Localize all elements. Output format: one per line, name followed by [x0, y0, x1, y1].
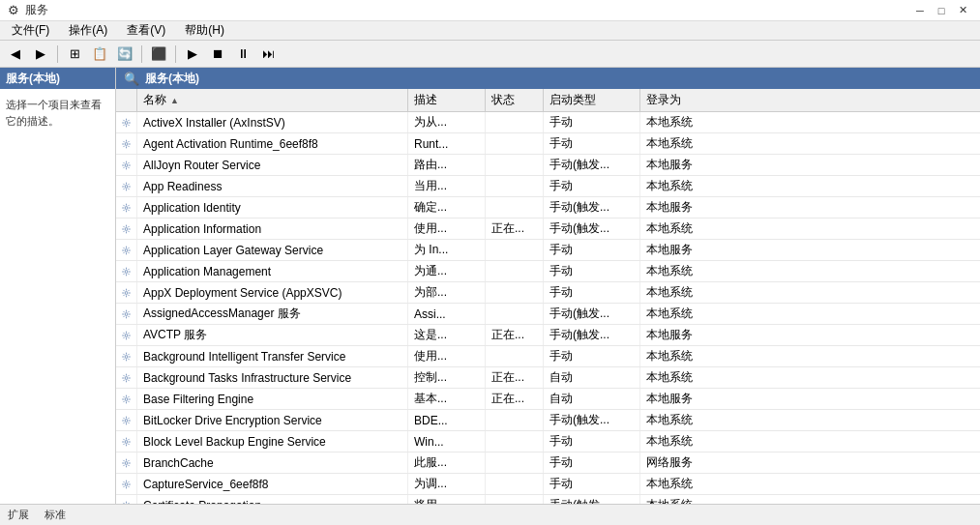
minimize-button[interactable]: ─	[910, 2, 930, 19]
table-row[interactable]: Background Tasks Infrastructure Service控…	[116, 367, 980, 389]
service-icon-cell	[116, 367, 137, 388]
service-login-as: 本地服务	[640, 197, 718, 218]
service-login-as: 本地服务	[640, 240, 718, 260]
service-login-as: 本地系统	[640, 261, 718, 281]
menu-action[interactable]: 操作(A)	[61, 20, 115, 41]
show-scope-btn[interactable]: ⊞	[63, 44, 86, 65]
service-icon-cell	[116, 474, 137, 494]
main-area: 服务(本地) 选择一个项目来查看它的描述。 🔍 服务(本地) 名称 ▲ 描述 状…	[0, 68, 980, 504]
service-name: AllJoyn Router Service	[137, 155, 408, 175]
service-start-type: 手动	[544, 431, 640, 452]
properties-btn[interactable]: 📋	[88, 44, 111, 65]
pause-service-btn[interactable]: ⏸	[231, 44, 254, 65]
service-desc: 使用...	[408, 219, 486, 239]
service-name: AVCTP 服务	[137, 325, 408, 345]
toolbar-separator-2	[141, 45, 142, 63]
service-start-type: 手动(触发...	[544, 304, 640, 324]
header-desc[interactable]: 描述	[408, 89, 486, 111]
table-row[interactable]: Application Information使用...正在...手动(触发..…	[116, 219, 980, 240]
service-name: App Readiness	[137, 176, 408, 196]
table-row[interactable]: AssignedAccessManager 服务Assi...手动(触发...本…	[116, 304, 980, 325]
service-login-as: 本地系统	[640, 304, 718, 324]
service-icon-cell	[116, 282, 137, 303]
header-login-as[interactable]: 登录为	[640, 89, 718, 111]
service-start-type: 手动	[544, 112, 640, 132]
service-name: Application Identity	[137, 197, 408, 218]
menu-view[interactable]: 查看(V)	[119, 20, 173, 41]
refresh-btn[interactable]: 🔄	[113, 44, 136, 65]
table-row[interactable]: Base Filtering Engine基本...正在...自动本地服务	[116, 389, 980, 410]
table-row[interactable]: Block Level Backup Engine ServiceWin...手…	[116, 431, 980, 452]
back-button[interactable]: ◀	[4, 44, 27, 65]
service-status	[486, 176, 544, 196]
service-login-as: 本地系统	[640, 219, 718, 239]
table-row[interactable]: Application Identity确定...手动(触发...本地服务	[116, 197, 980, 219]
service-start-type: 手动(触发...	[544, 410, 640, 430]
status-bar: 扩展 标准	[0, 504, 980, 525]
table-row[interactable]: Background Intelligent Transfer Service使…	[116, 346, 980, 367]
svg-point-6	[125, 248, 128, 251]
service-desc: 此服...	[408, 452, 486, 473]
title-bar-title: 服务	[25, 2, 48, 18]
service-login-as: 本地系统	[640, 474, 718, 494]
table-row[interactable]: AppX Deployment Service (AppXSVC)为部...手动…	[116, 282, 980, 304]
service-icon-cell	[116, 410, 137, 430]
stop-service-btn[interactable]: ⏹	[206, 44, 229, 65]
menu-help[interactable]: 帮助(H)	[177, 20, 232, 41]
right-panel: 🔍 服务(本地) 名称 ▲ 描述 状态 启动类型	[116, 68, 980, 504]
svg-point-7	[125, 270, 128, 273]
table-row[interactable]: BitLocker Drive Encryption ServiceBDE...…	[116, 410, 980, 431]
table-row[interactable]: Agent Activation Runtime_6eef8f8Runt...手…	[116, 133, 980, 155]
header-start-type[interactable]: 启动类型	[544, 89, 640, 111]
table-row[interactable]: Certificate Propagation将用...手动(触发...本地系统	[116, 495, 980, 504]
service-login-as: 本地系统	[640, 431, 718, 452]
service-desc: Assi...	[408, 304, 486, 324]
left-panel: 服务(本地) 选择一个项目来查看它的描述。	[0, 68, 116, 504]
header-status[interactable]: 状态	[486, 89, 544, 111]
table-header-row: 名称 ▲ 描述 状态 启动类型 登录为	[116, 89, 980, 112]
service-desc: Win...	[408, 431, 486, 452]
close-button[interactable]: ✕	[953, 2, 972, 19]
svg-point-15	[125, 440, 128, 443]
service-desc: 当用...	[408, 176, 486, 196]
service-status	[486, 133, 544, 154]
table-row[interactable]: Application Layer Gateway Service为 In...…	[116, 240, 980, 261]
status-standard[interactable]: 标准	[45, 508, 66, 522]
left-panel-description: 选择一个项目来查看它的描述。	[0, 89, 115, 136]
maximize-button[interactable]: □	[932, 2, 951, 19]
resume-service-btn[interactable]: ⏭	[256, 44, 280, 65]
service-icon-cell	[116, 325, 137, 345]
menu-bar: 文件(F) 操作(A) 查看(V) 帮助(H)	[0, 21, 980, 41]
service-status	[486, 240, 544, 260]
export-btn[interactable]: ⬛	[147, 44, 170, 65]
service-login-as: 本地系统	[640, 176, 718, 196]
sort-arrow-name: ▲	[170, 96, 179, 105]
service-desc: 这是...	[408, 325, 486, 345]
svg-point-2	[125, 163, 128, 166]
table-row[interactable]: BranchCache此服...手动网络服务	[116, 452, 980, 474]
table-row[interactable]: ActiveX Installer (AxInstSV)为从...手动本地系统	[116, 112, 980, 133]
service-status: 正在...	[486, 325, 544, 345]
service-desc: 为 In...	[408, 240, 486, 260]
service-desc: 路由...	[408, 155, 486, 175]
service-login-as: 本地系统	[640, 410, 718, 430]
service-desc: 为调...	[408, 474, 486, 494]
status-extended[interactable]: 扩展	[8, 508, 29, 522]
service-status	[486, 431, 544, 452]
svg-point-5	[125, 227, 128, 230]
table-row[interactable]: CaptureService_6eef8f8为调...手动本地系统	[116, 474, 980, 495]
table-row[interactable]: AVCTP 服务这是...正在...手动(触发...本地服务	[116, 325, 980, 346]
title-bar-icon: ⚙	[8, 3, 19, 17]
service-icon-cell	[116, 219, 137, 239]
svg-point-10	[125, 334, 128, 336]
header-name[interactable]: 名称 ▲	[137, 89, 408, 111]
service-login-as: 本地服务	[640, 155, 718, 175]
table-row[interactable]: App Readiness当用...手动本地系统	[116, 176, 980, 197]
forward-button[interactable]: ▶	[29, 44, 52, 65]
table-row[interactable]: Application Management为通...手动本地系统	[116, 261, 980, 282]
service-status	[486, 452, 544, 473]
service-desc: 确定...	[408, 197, 486, 218]
menu-file[interactable]: 文件(F)	[4, 20, 57, 41]
start-service-btn[interactable]: ▶	[181, 44, 204, 65]
table-row[interactable]: AllJoyn Router Service路由...手动(触发...本地服务	[116, 155, 980, 176]
